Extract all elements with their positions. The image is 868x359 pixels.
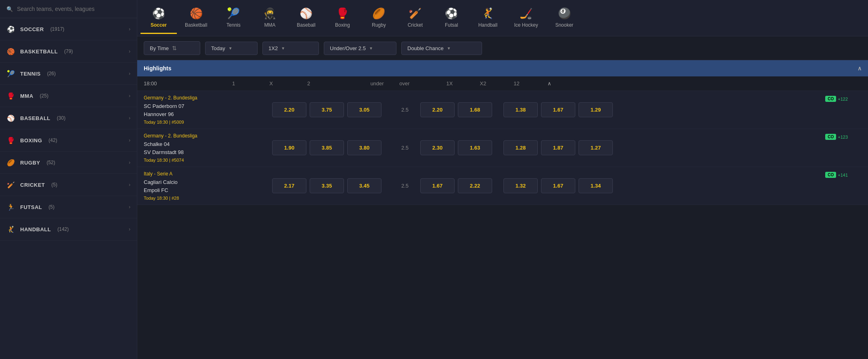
odd-under-2[interactable]: 1.67 bbox=[420, 178, 455, 193]
ice-hockey-nav-label: Ice Hockey bbox=[514, 22, 538, 28]
co-plus-0: +122 bbox=[838, 97, 848, 101]
sport-nav-soccer[interactable]: ⚽ Soccer bbox=[140, 2, 177, 34]
col-uo-blank bbox=[338, 80, 362, 87]
match-info-2: Italy - Serie A Cagliari CalcioEmpoli FC… bbox=[144, 171, 269, 201]
sidebar-item-left-mma: 🥊 MMA (25) bbox=[6, 91, 48, 100]
odd-over-2[interactable]: 2.22 bbox=[458, 178, 492, 193]
sport-nav-ice-hockey[interactable]: 🏒 Ice Hockey bbox=[506, 2, 546, 34]
odd-1-0[interactable]: 2.20 bbox=[272, 102, 306, 117]
odd-1-2[interactable]: 2.17 bbox=[272, 178, 306, 193]
today-label: Today bbox=[211, 45, 225, 51]
match-meta-0: Today 18:30 | #5009 bbox=[144, 120, 269, 125]
sidebar-item-left-cricket: 🏏 CRICKET (5) bbox=[6, 180, 57, 189]
filter-underover[interactable]: Under/Over 2.5 ▼ bbox=[324, 42, 396, 55]
match-1x2-2: 2.17 3.35 3.45 bbox=[272, 178, 382, 193]
odd-2-0[interactable]: 3.05 bbox=[347, 102, 382, 117]
odd-under-1[interactable]: 2.30 bbox=[420, 140, 455, 155]
search-icon: 🔍 bbox=[6, 6, 13, 12]
sidebar-item-left-boxing: 🥊 BOXING (42) bbox=[6, 136, 57, 145]
col-x-header: X bbox=[254, 80, 288, 87]
futsal-icon: 🏃 bbox=[6, 203, 15, 211]
odd-12-2[interactable]: 1.34 bbox=[579, 178, 613, 193]
filter-today[interactable]: Today ▼ bbox=[205, 42, 258, 55]
sport-nav: ⚽ Soccer 🏀 Basketball 🎾 Tennis 🥷 MMA ⚾ B… bbox=[137, 0, 868, 36]
odd-over-0[interactable]: 1.68 bbox=[458, 102, 492, 117]
odd-over-1[interactable]: 1.63 bbox=[458, 140, 492, 155]
sport-nav-tennis[interactable]: 🎾 Tennis bbox=[215, 2, 252, 34]
odd-x2-1[interactable]: 1.87 bbox=[541, 140, 575, 155]
baseball-icon: ⚾ bbox=[6, 114, 15, 122]
filter-1x2[interactable]: 1X2 ▼ bbox=[262, 42, 319, 55]
co-wrap-2: CO +141 bbox=[824, 172, 848, 178]
match-league-1: Germany - 2. Bundesliga bbox=[144, 133, 269, 139]
sport-nav-handball[interactable]: 🤾 Handball bbox=[470, 2, 506, 34]
odd-12-0[interactable]: 1.29 bbox=[579, 102, 613, 117]
highlights-collapse-icon[interactable]: ∧ bbox=[858, 65, 862, 72]
odd-x2-0[interactable]: 1.67 bbox=[541, 102, 575, 117]
search-input[interactable] bbox=[17, 6, 130, 12]
sport-nav-rugby[interactable]: 🏉 Rugby bbox=[361, 2, 397, 34]
baseball-nav-label: Baseball bbox=[297, 22, 315, 28]
sport-nav-futsal[interactable]: ⚽ Futsal bbox=[433, 2, 470, 34]
cricket-nav-label: Cricket bbox=[408, 22, 423, 28]
sport-nav-boxing[interactable]: 🥊 Boxing bbox=[324, 2, 361, 34]
odd-x2-2[interactable]: 1.67 bbox=[541, 178, 575, 193]
mma-nav-icon: 🥷 bbox=[263, 7, 276, 20]
tennis-nav-label: Tennis bbox=[226, 22, 241, 28]
soccer-nav-icon: ⚽ bbox=[152, 7, 165, 20]
sidebar-item-left-handball: 🤾 HANDBALL (142) bbox=[6, 225, 69, 234]
col-x2-header: X2 bbox=[468, 80, 498, 87]
odd-2-2[interactable]: 3.45 bbox=[347, 178, 382, 193]
match-league-2: Italy - Serie A bbox=[144, 171, 269, 177]
by-time-label: By Time bbox=[150, 45, 169, 51]
sidebar: 🔍 ⚽ SOCCER (1917) › 🏀 BASKETBALL (79) › … bbox=[0, 0, 137, 359]
odd-1-1[interactable]: 1.90 bbox=[272, 140, 306, 155]
odd-1x-0[interactable]: 1.38 bbox=[503, 102, 538, 117]
sidebar-item-rugby[interactable]: 🏉 RUGBY (52) › bbox=[0, 152, 137, 174]
filter-doublechance[interactable]: Double Chance ▼ bbox=[401, 42, 482, 55]
sport-nav-mma[interactable]: 🥷 MMA bbox=[252, 2, 288, 34]
match-uo-1: 2.5 2.30 1.63 bbox=[393, 140, 492, 155]
basketball-nav-icon: 🏀 bbox=[190, 7, 203, 20]
ice-hockey-nav-icon: 🏒 bbox=[520, 7, 533, 20]
market3-label: Double Chance bbox=[407, 45, 444, 51]
sidebar-item-handball[interactable]: 🤾 HANDBALL (142) › bbox=[0, 218, 137, 241]
sidebar-item-cricket[interactable]: 🏏 CRICKET (5) › bbox=[0, 174, 137, 196]
soccer-count: (1917) bbox=[50, 26, 65, 32]
sidebar-item-boxing[interactable]: 🥊 BOXING (42) › bbox=[0, 129, 137, 152]
boxing-nav-icon: 🥊 bbox=[336, 7, 349, 20]
sport-nav-basketball[interactable]: 🏀 Basketball bbox=[177, 2, 215, 34]
odd-2-1[interactable]: 3.80 bbox=[347, 140, 382, 155]
sidebar-item-soccer[interactable]: ⚽ SOCCER (1917) › bbox=[0, 18, 137, 40]
col-underover-headers: under over bbox=[338, 80, 426, 87]
sidebar-item-mma[interactable]: 🥊 MMA (25) › bbox=[0, 85, 137, 107]
sport-nav-baseball[interactable]: ⚾ Baseball bbox=[288, 2, 324, 34]
sport-nav-snooker[interactable]: 🎱 Snooker bbox=[546, 2, 583, 34]
rugby-nav-label: Rugby bbox=[372, 22, 386, 28]
col-2-header: 2 bbox=[291, 80, 326, 87]
sidebar-item-tennis[interactable]: 🎾 TENNIS (26) › bbox=[0, 63, 137, 85]
search-bar[interactable]: 🔍 bbox=[0, 0, 137, 18]
sidebar-item-futsal[interactable]: 🏃 FUTSAL (5) › bbox=[0, 196, 137, 218]
odd-1x-2[interactable]: 1.32 bbox=[503, 178, 538, 193]
cricket-count: (5) bbox=[51, 182, 57, 188]
snooker-nav-label: Snooker bbox=[555, 22, 573, 28]
odd-1x-1[interactable]: 1.28 bbox=[503, 140, 538, 155]
sidebar-item-baseball[interactable]: ⚾ BASEBALL (30) › bbox=[0, 107, 137, 129]
filter-by-time[interactable]: By Time ⇅ bbox=[144, 41, 200, 55]
sport-nav-cricket[interactable]: 🏏 Cricket bbox=[397, 2, 433, 34]
sidebar-item-basketball[interactable]: 🏀 BASKETBALL (79) › bbox=[0, 40, 137, 63]
odd-x-2[interactable]: 3.35 bbox=[310, 178, 344, 193]
sidebar-item-left-rugby: 🏉 RUGBY (52) bbox=[6, 158, 55, 167]
match-uo-2: 2.5 1.67 2.22 bbox=[393, 178, 492, 193]
uo-val-2: 2.5 bbox=[393, 183, 417, 189]
filters-bar: By Time ⇅ Today ▼ 1X2 ▼ Under/Over 2.5 ▼… bbox=[137, 36, 868, 60]
odd-x-1[interactable]: 3.85 bbox=[310, 140, 344, 155]
match-league-0: Germany - 2. Bundesliga bbox=[144, 95, 269, 101]
content-area: Highlights ∧ 18:00 1 X 2 under over 1X bbox=[137, 60, 868, 359]
odd-x-0[interactable]: 3.75 bbox=[310, 102, 344, 117]
odd-under-0[interactable]: 2.20 bbox=[420, 102, 455, 117]
match-info-1: Germany - 2. Bundesliga Schalke 04SV Dar… bbox=[144, 133, 269, 163]
odd-12-1[interactable]: 1.27 bbox=[579, 140, 613, 155]
match-teams-2: Cagliari CalcioEmpoli FC bbox=[144, 178, 269, 194]
